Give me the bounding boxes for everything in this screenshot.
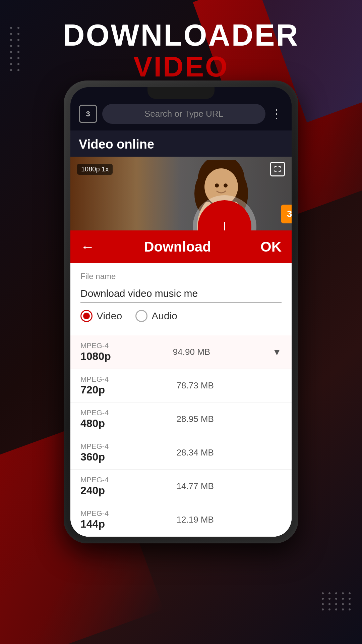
file-name-label: File name — [80, 272, 282, 281]
section-title: Video online — [70, 130, 292, 157]
quality-res-720p: 720p — [80, 384, 109, 396]
quality-info-360p: MPEG-4 360p — [80, 442, 109, 463]
download-header: ← Download OK — [70, 230, 292, 263]
quality-res-240p: 240p — [80, 484, 109, 497]
app-title: DOWNLOADER VIDEO — [63, 20, 299, 83]
phone-inner: 3 Search or Type URL ⋮ Video online — [70, 87, 292, 537]
video-overlay-top: 1080p 1x — [70, 157, 292, 181]
phone-frame: 3 Search or Type URL ⋮ Video online — [64, 80, 298, 543]
quality-dropdown-icon-1080p[interactable]: ▼ — [272, 347, 282, 358]
quality-info-480p: MPEG-4 480p — [80, 409, 109, 430]
quality-size-720p: 78.73 MB — [177, 380, 214, 391]
dots-right — [322, 592, 352, 610]
quality-list: MPEG-4 1080p 94.90 MB ▼ MPEG-4 720p — [70, 335, 292, 537]
quality-info-720p: MPEG-4 720p — [80, 375, 109, 396]
tab-count-badge[interactable]: 3 — [79, 105, 97, 123]
video-radio-outer — [80, 310, 93, 322]
quality-info-144p: MPEG-4 144p — [80, 509, 109, 530]
download-panel: ← Download OK File name Download video m… — [70, 230, 292, 537]
title-sub: VIDEO — [63, 50, 299, 83]
orange-notification-badge: 32 — [281, 205, 292, 223]
menu-dots-icon[interactable]: ⋮ — [270, 107, 283, 121]
quality-res-144p: 144p — [80, 518, 109, 530]
audio-radio-label: Audio — [152, 310, 177, 322]
download-body: File name Download video music me Video — [70, 263, 292, 335]
video-radio[interactable]: Video — [80, 310, 122, 322]
dots-left — [10, 27, 21, 71]
phone-notch — [147, 87, 215, 99]
download-ok-button[interactable]: OK — [260, 239, 282, 255]
quality-item-480p[interactable]: MPEG-4 480p 28.95 MB — [70, 402, 292, 436]
quality-format-480p: MPEG-4 — [80, 409, 109, 417]
quality-info-240p: MPEG-4 240p — [80, 476, 109, 497]
quality-item-360p[interactable]: MPEG-4 360p 28.34 MB — [70, 436, 292, 470]
quality-item-1080p[interactable]: MPEG-4 1080p 94.90 MB ▼ — [70, 335, 292, 369]
download-panel-title: Download — [144, 239, 211, 255]
fullscreen-button[interactable] — [270, 162, 285, 176]
quality-size-240p: 14.77 MB — [177, 481, 214, 491]
audio-radio-outer — [135, 310, 147, 322]
quality-item-144p[interactable]: MPEG-4 144p 12.19 MB — [70, 503, 292, 537]
quality-size-1080p: 94.90 MB — [173, 347, 210, 357]
quality-res-1080p: 1080p — [80, 350, 111, 363]
quality-badge: 1080p 1x — [77, 164, 113, 175]
quality-item-240p[interactable]: MPEG-4 240p 14.77 MB — [70, 470, 292, 503]
quality-info-1080p: MPEG-4 1080p — [80, 341, 111, 363]
quality-format-360p: MPEG-4 — [80, 442, 109, 451]
quality-format-1080p: MPEG-4 — [80, 341, 111, 350]
quality-size-360p: 28.34 MB — [177, 447, 214, 458]
svg-point-4 — [215, 183, 219, 187]
quality-item-720p[interactable]: MPEG-4 720p 78.73 MB — [70, 369, 292, 402]
quality-format-240p: MPEG-4 — [80, 476, 109, 484]
quality-format-720p: MPEG-4 — [80, 375, 109, 384]
screen: 3 Search or Type URL ⋮ Video online — [70, 87, 292, 537]
title-main: DOWNLOADER — [63, 20, 299, 50]
url-bar[interactable]: Search or Type URL — [102, 104, 265, 124]
quality-size-144p: 12.19 MB — [177, 515, 214, 525]
video-radio-label: Video — [97, 310, 122, 322]
quality-res-360p: 360p — [80, 451, 109, 463]
audio-radio[interactable]: Audio — [135, 310, 177, 322]
quality-size-480p: 28.95 MB — [177, 414, 214, 424]
quality-format-144p: MPEG-4 — [80, 509, 109, 518]
video-radio-inner — [83, 313, 90, 319]
format-radio-row: Video Audio — [80, 310, 282, 322]
quality-res-480p: 480p — [80, 417, 109, 430]
phone-outer: 3 Search or Type URL ⋮ Video online — [64, 80, 298, 543]
download-back-button[interactable]: ← — [80, 239, 95, 255]
file-name-input[interactable]: Download video music me — [80, 284, 282, 303]
svg-point-5 — [224, 183, 228, 187]
